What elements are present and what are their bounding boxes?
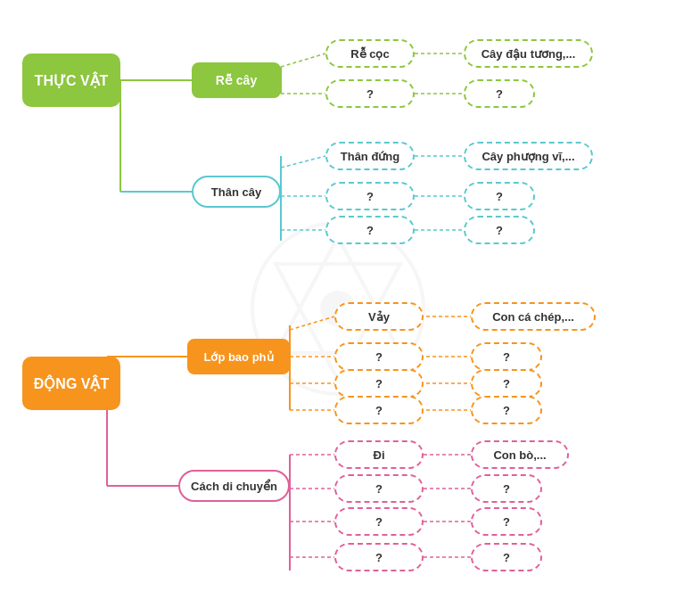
cach-q2-node: ? (334, 507, 424, 536)
cach-q1-example-node: ? (471, 474, 542, 503)
than-q2-node: ? (325, 216, 415, 244)
lop-bao-phu-node: Lớp bao phủ (187, 339, 290, 374)
cach-q3-example-node: ? (471, 543, 542, 571)
than-q1-node: ? (325, 182, 415, 210)
lop-q3-node: ? (334, 396, 424, 424)
di-example-node: Con bò,... (471, 440, 569, 469)
vay-node: Vảy (334, 302, 424, 331)
cach-q2-example-node: ? (471, 507, 542, 536)
dong-vat-node: ĐỘNG VẬT (22, 357, 120, 410)
di-node: Đi (334, 440, 424, 469)
mind-map-diagram: THỰC VẬT Rễ cây Thân cây Rễ cọc ? Cây đậ… (0, 0, 675, 616)
lop-q1-example-node: ? (471, 342, 542, 371)
than-cay-node: Thân cây (192, 176, 281, 208)
lop-q2-node: ? (334, 369, 424, 398)
re-q1-node: ? (325, 79, 415, 108)
lop-q3-example-node: ? (471, 396, 542, 424)
than-q1-example-node: ? (464, 182, 535, 210)
than-q2-example-node: ? (464, 216, 535, 244)
thuc-vat-node: THỰC VẬT (22, 53, 120, 107)
than-dung-example-node: Cây phượng vĩ,... (464, 142, 593, 170)
re-cay-node: Rễ cây (192, 62, 281, 98)
svg-line-13 (281, 156, 325, 168)
than-dung-node: Thân đứng (325, 142, 415, 170)
vay-example-node: Con cá chép,... (471, 302, 596, 331)
cach-di-chuyen-node: Cách di chuyển (178, 470, 290, 502)
lop-q2-example-node: ? (471, 369, 542, 398)
cach-q3-node: ? (334, 543, 424, 571)
re-coc-node: Rễ cọc (325, 39, 415, 68)
lop-q1-node: ? (334, 342, 424, 371)
re-coc-example-node: Cây đậu tương,... (464, 39, 593, 68)
cach-q1-node: ? (334, 474, 424, 503)
re-q1-example-node: ? (464, 79, 535, 108)
svg-line-8 (281, 53, 325, 67)
